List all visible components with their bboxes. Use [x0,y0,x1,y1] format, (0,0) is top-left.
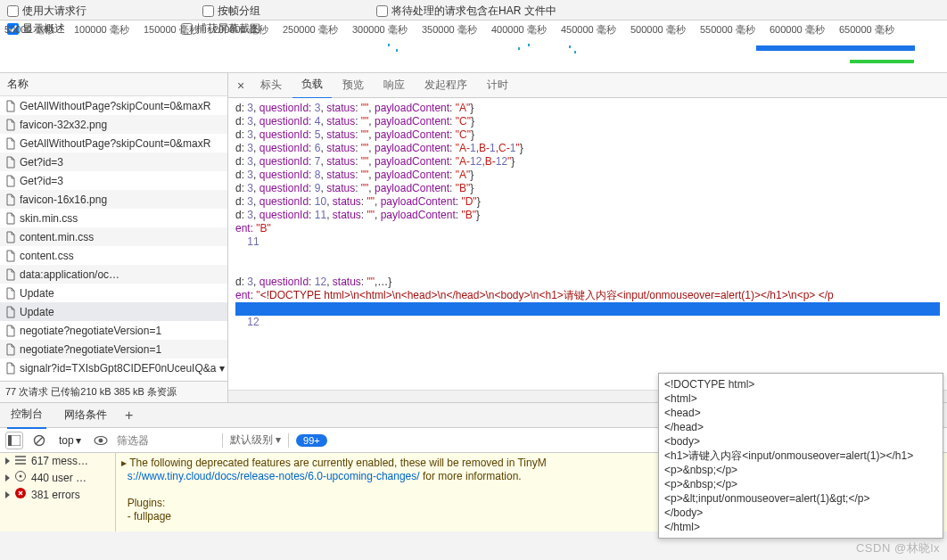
detail-tab-4[interactable]: 发起程序 [416,72,476,98]
opt-r1-0[interactable]: 使用大请求行 [7,4,167,19]
timeline-tick: 350000 毫秒 [422,23,491,37]
request-row[interactable]: Update [0,302,227,321]
watermark: CSDN @林晓lx [856,540,940,556]
row-icon [15,471,26,484]
request-list[interactable]: GetAllWithoutPage?skipCount=0&maxRfavico… [0,96,227,381]
svg-line-3 [36,437,43,444]
console-sidebar[interactable]: 617 mess…440 user …381 errors [0,453,116,531]
add-tab-button[interactable]: + [125,408,133,424]
timeline-tick: 450000 毫秒 [561,23,630,37]
checkbox[interactable] [202,5,214,17]
request-name: Update [20,306,54,318]
request-name: GetAllWithoutPage?skipCount=0&maxR [20,100,210,112]
chevron-down-icon: ▾ [76,434,81,447]
request-row[interactable]: Update [0,284,227,302]
request-row[interactable]: negotiate?negotiateVersion=1 [0,321,227,340]
request-row[interactable]: skin.min.css [0,209,227,227]
log-level-selector[interactable]: 默认级别 ▾ [230,432,281,448]
network-options: 使用大请求行按帧分组将待处理的请求包含在HAR 文件中 显示概述捕获屏幕截图 [0,0,947,20]
timeline-tick: 100000 毫秒 [74,23,144,37]
console-side-row-0[interactable]: 617 mess… [0,453,115,469]
detail-tab-1[interactable]: 负载 [292,71,332,99]
timeline-tick: 50000 毫秒 [4,23,74,37]
opt-r1-2[interactable]: 将待处理的请求包含在HAR 文件中 [376,4,637,19]
request-name: skin.min.css [20,212,78,225]
request-name: content.min.css [20,231,94,243]
toggle-sidebar-button[interactable] [5,432,23,449]
detail-tab-0[interactable]: 标头 [251,72,291,98]
hover-tooltip: <!DOCTYPE html><html><head></head><body>… [658,373,943,539]
opt-r1-1[interactable]: 按帧分组 [202,4,341,19]
row-icon [15,455,26,467]
request-name: signalr?id=TXIsbGpt8CIDEF0nUceuIQ&a [20,362,216,375]
request-name: Update [20,287,54,300]
timeline-overview[interactable]: 50000 毫秒100000 毫秒150000 毫秒200000 毫秒25000… [0,20,947,73]
timeline-tick: 650000 毫秒 [839,23,909,37]
request-name: favicon-32x32.png [20,119,107,131]
filter-input[interactable] [117,434,215,447]
request-name: Get?id=3 [20,175,63,187]
caret-right-icon [5,474,10,482]
timeline-tick: 500000 毫秒 [630,23,700,37]
separator [288,433,289,448]
svg-point-10 [20,475,22,478]
detail-panel: × 标头负载预览响应发起程序计时 d: 3, questionId: 3, st… [228,73,947,402]
chevron-down-icon: ▾ [276,433,281,446]
request-row[interactable]: content.css [0,246,227,265]
checkbox[interactable] [7,5,19,17]
payload-body[interactable]: d: 3, questionId: 3, status: "", payload… [228,98,947,390]
warning-line: The following deprecated features are cu… [129,457,547,469]
svg-rect-1 [8,435,12,446]
request-row[interactable]: content.min.css [0,227,227,246]
detail-tabs: × 标头负载预览响应发起程序计时 [228,73,947,98]
timeline-tick: 550000 毫秒 [700,23,770,37]
drawer-tab-0[interactable]: 控制台 [7,401,46,429]
request-row[interactable]: Get?id=3 [0,171,227,190]
request-name: content.css [20,250,74,262]
detail-tab-3[interactable]: 响应 [375,72,414,98]
detail-tab-5[interactable]: 计时 [478,72,517,98]
checkbox[interactable] [376,5,388,17]
timeline-tick: 250000 毫秒 [283,23,352,37]
live-expression-button[interactable] [92,432,110,449]
timeline-tick: 150000 毫秒 [144,23,213,37]
drawer-tab-1[interactable]: 网络条件 [61,402,111,428]
request-list-panel: 名称 GetAllWithoutPage?skipCount=0&maxRfav… [0,73,228,402]
request-row[interactable]: GetAllWithoutPage?skipCount=0&maxR [0,134,227,152]
request-row[interactable]: favicon-16x16.png [0,190,227,209]
timeline-tick: 600000 毫秒 [770,23,839,37]
timeline-tick: 400000 毫秒 [491,23,561,37]
timeline-body [0,37,947,69]
request-row[interactable]: favicon-32x32.png [0,115,227,134]
row-icon [15,488,26,501]
request-name: Get?id=3 [20,156,63,169]
close-icon[interactable]: × [232,78,250,93]
request-row[interactable]: signalr?id=TXIsbGpt8CIDEF0nUceuIQ&a ▾ [0,358,227,377]
request-name: negotiate?negotiateVersion=1 [20,343,161,356]
request-name: negotiate?negotiateVersion=1 [20,325,161,337]
timeline-tick: 200000 毫秒 [213,23,283,37]
svg-point-5 [99,439,103,442]
hidden-messages-badge[interactable]: 99+ [296,434,327,447]
caret-right-icon [5,491,10,498]
clear-console-button[interactable] [30,432,48,449]
request-row[interactable]: data:application/oc… [0,265,227,284]
request-name: favicon-16x16.png [20,194,107,206]
request-list-header: 名称 [0,73,227,96]
chevron-down-icon: ▾ [219,362,225,375]
context-label: top [59,434,74,447]
request-row[interactable]: GetAllWithoutPage?skipCount=0&maxR [0,96,227,115]
request-list-footer: 77 次请求 已传输210 kB 385 kB 条资源 [0,381,227,402]
doc-link[interactable]: s://www.tiny.cloud/docs/release-notes/6.… [128,470,420,482]
detail-tab-2[interactable]: 预览 [334,72,373,98]
request-name: data:application/oc… [20,268,119,281]
context-selector[interactable]: top ▾ [55,433,85,448]
console-side-row-1[interactable]: 440 user … [0,469,115,486]
request-name: GetAllWithoutPage?skipCount=0&maxR [20,137,210,150]
console-side-row-2[interactable]: 381 errors [0,486,115,503]
caret-right-icon [5,457,10,465]
separator [222,433,223,448]
request-row[interactable]: Get?id=3 [0,152,227,171]
timeline-tick: 300000 毫秒 [352,23,422,37]
request-row[interactable]: negotiate?negotiateVersion=1 [0,340,227,358]
